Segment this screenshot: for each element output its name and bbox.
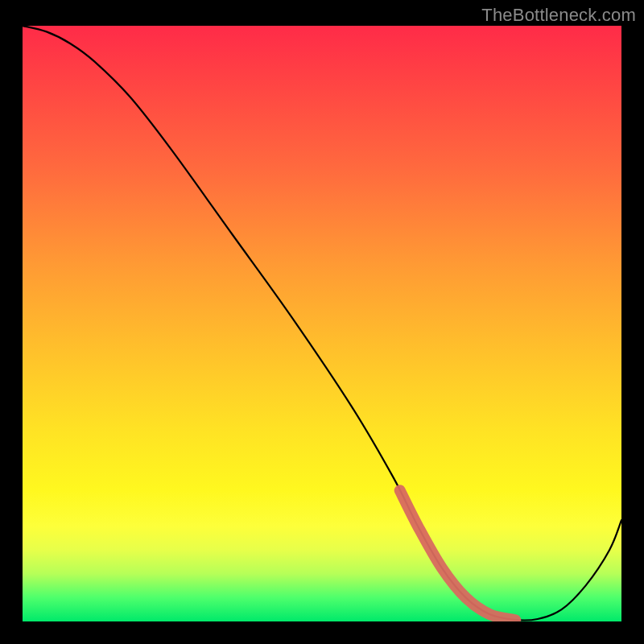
plot-area [23, 26, 621, 621]
bottleneck-curve-line [23, 26, 621, 621]
watermark-label: TheBottleneck.com [481, 5, 636, 26]
chart-container: TheBottleneck.com [0, 0, 644, 644]
curve-overlay-svg [23, 26, 621, 621]
optimal-region-band [400, 490, 516, 620]
